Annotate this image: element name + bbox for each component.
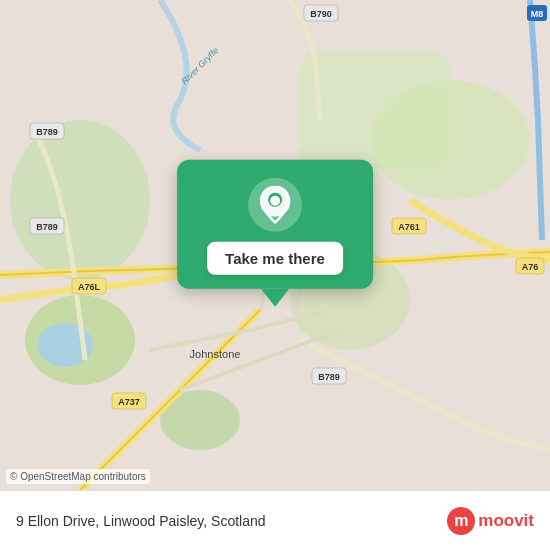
moovit-logo-icon: m <box>447 507 475 535</box>
svg-text:B790: B790 <box>310 9 332 19</box>
svg-text:A76: A76 <box>522 262 539 272</box>
svg-point-1 <box>10 120 150 280</box>
moovit-logo: m moovit <box>447 507 534 535</box>
map-attribution: © OpenStreetMap contributors <box>6 469 150 484</box>
svg-text:A761: A761 <box>398 222 420 232</box>
svg-point-4 <box>370 80 530 200</box>
svg-text:Johnstone: Johnstone <box>190 348 241 360</box>
svg-text:M8: M8 <box>531 9 544 19</box>
svg-text:A737: A737 <box>118 397 140 407</box>
popup-pointer <box>261 289 289 307</box>
svg-point-31 <box>270 196 280 206</box>
svg-text:B789: B789 <box>36 222 58 232</box>
bottom-bar: 9 Ellon Drive, Linwood Paisley, Scotland… <box>0 490 550 550</box>
popup-overlay: Take me there <box>177 160 373 307</box>
location-icon-wrapper <box>248 178 302 232</box>
popup-card: Take me there <box>177 160 373 289</box>
take-me-there-button[interactable]: Take me there <box>207 242 343 275</box>
svg-text:B789: B789 <box>36 127 58 137</box>
svg-text:B789: B789 <box>318 372 340 382</box>
address-text: 9 Ellon Drive, Linwood Paisley, Scotland <box>16 513 447 529</box>
location-pin-icon <box>259 186 291 224</box>
svg-text:A76L: A76L <box>78 282 101 292</box>
map-container: B790 B789 B789 A761 A76L A737 B789 A76 R… <box>0 0 550 490</box>
moovit-logo-text: moovit <box>478 511 534 531</box>
